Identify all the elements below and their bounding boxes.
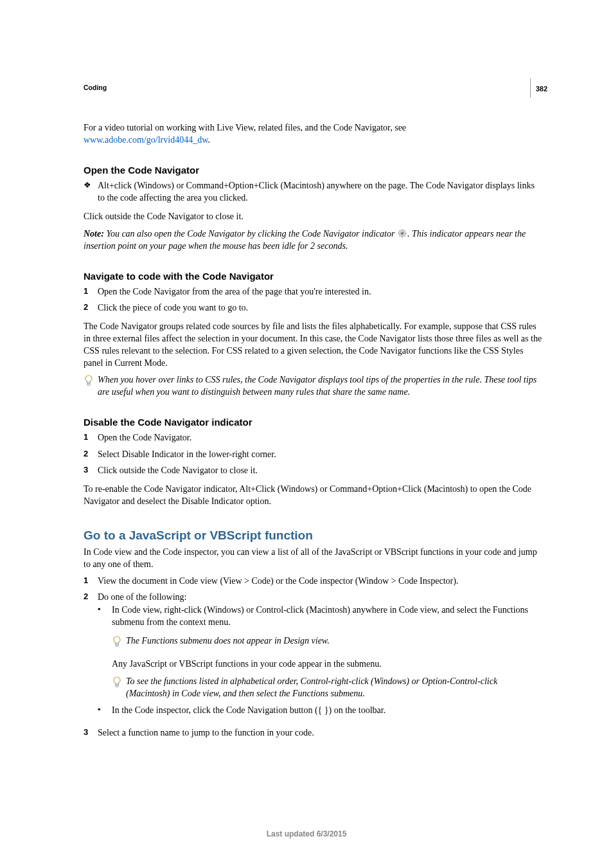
step-number: 1: [84, 285, 98, 298]
step-number: 2: [84, 591, 98, 723]
tip-text: To see the functions listed in alphabeti…: [126, 676, 542, 700]
list-item-text: In the Code inspector, click the Code Na…: [112, 704, 542, 717]
list-item: 2 Do one of the following: • In Code vie…: [84, 591, 542, 723]
step-number: 1: [84, 431, 98, 444]
list-item-text: Select Disable Indicator in the lower-ri…: [98, 448, 542, 461]
svg-rect-13: [116, 644, 118, 646]
goto-steps: 1 View the document in Code view (View >…: [84, 575, 542, 739]
step2-sublist-2: • In the Code inspector, click the Code …: [98, 704, 542, 717]
list-item: 3 Click outside the Code Navigator to cl…: [84, 464, 542, 477]
page-number: 382: [536, 85, 547, 93]
note-label: Note:: [84, 229, 104, 239]
list-item: 1 Open the Code Navigator.: [84, 431, 542, 444]
tip-callout: To see the functions listed in alphabeti…: [112, 676, 542, 700]
heading-open-code-navigator: Open the Code Navigator: [84, 165, 542, 176]
svg-point-10: [85, 375, 92, 382]
svg-point-12: [114, 637, 120, 643]
tip-text: The Functions submenu does not appear in…: [126, 635, 542, 648]
list-item-text: Open the Code Navigator.: [98, 431, 542, 444]
page: 382 Coding For a video tutorial on worki…: [0, 0, 613, 868]
list-item-text: In Code view, right-click (Windows) or C…: [112, 604, 542, 629]
note-paragraph: Note: You can also open the Code Navigat…: [84, 228, 542, 253]
list-item-text: Do one of the following: • In Code view,…: [98, 591, 542, 723]
lightbulb-icon: [112, 676, 126, 700]
tip-callout: When you hover over links to CSS rules, …: [84, 374, 542, 399]
intro-text-post: .: [208, 135, 210, 145]
lightbulb-icon: [84, 374, 98, 399]
list-item: • In Code view, right-click (Windows) or…: [98, 604, 542, 629]
svg-point-14: [114, 677, 120, 683]
svg-rect-15: [116, 685, 118, 687]
navigate-steps: 1 Open the Code Navigator from the area …: [84, 285, 542, 314]
note-text-pre: You can also open the Code Navigator by …: [104, 229, 397, 239]
step2-any-text: Any JavaScript or VBScript functions in …: [112, 658, 542, 671]
list-item: 1 Open the Code Navigator from the area …: [84, 285, 542, 298]
page-number-container: 382: [530, 78, 547, 98]
video-tutorial-link[interactable]: www.adobe.com/go/lrvid4044_dw: [84, 135, 208, 145]
intro-paragraph: For a video tutorial on working with Liv…: [84, 122, 542, 147]
disable-steps: 1 Open the Code Navigator. 2 Select Disa…: [84, 431, 542, 477]
list-item: • In the Code inspector, click the Code …: [98, 704, 542, 717]
bullet-icon: •: [98, 604, 112, 629]
svg-line-8: [399, 235, 400, 236]
footer-last-updated: Last updated 6/3/2015: [0, 829, 613, 838]
heading-go-to-function: Go to a JavaScript or VBScript function: [84, 529, 542, 543]
disable-after-text: To re-enable the Code Navigator indicato…: [84, 484, 542, 508]
svg-line-7: [404, 230, 405, 231]
goto-intro-text: In Code view and the Code inspector, you…: [84, 547, 542, 571]
open-bullet-list: ❖ Alt+click (Windows) or Command+Option+…: [84, 179, 542, 204]
heading-navigate-to-code: Navigate to code with the Code Navigator: [84, 271, 542, 282]
lightbulb-icon: [112, 635, 126, 648]
list-item-text: Select a function name to jump to the fu…: [98, 727, 542, 739]
svg-line-6: [404, 235, 405, 236]
section-header: Coding: [84, 84, 542, 91]
step-number: 2: [84, 448, 98, 461]
list-item: 1 View the document in Code view (View >…: [84, 575, 542, 588]
step-number: 1: [84, 575, 98, 588]
list-item: 2 Select Disable Indicator in the lower-…: [84, 448, 542, 461]
intro-text-pre: For a video tutorial on working with Liv…: [84, 123, 406, 132]
list-item-text: Alt+click (Windows) or Command+Option+Cl…: [98, 179, 542, 204]
svg-point-9: [400, 231, 404, 235]
diamond-bullet-icon: ❖: [84, 179, 98, 204]
heading-disable-indicator: Disable the Code Navigator indicator: [84, 417, 542, 428]
step2-text: Do one of the following:: [98, 592, 186, 602]
step2-sublist: • In Code view, right-click (Windows) or…: [98, 604, 542, 629]
list-item-text: View the document in Code view (View > C…: [98, 575, 542, 588]
step-number: 3: [84, 464, 98, 477]
step-number: 3: [84, 727, 98, 739]
navigate-after-text: The Code Navigator groups related code s…: [84, 321, 542, 370]
list-item-text: Click the piece of code you want to go t…: [98, 302, 542, 314]
svg-rect-11: [87, 383, 90, 385]
list-item: ❖ Alt+click (Windows) or Command+Option+…: [84, 179, 542, 204]
open-after-text: Click outside the Code Navigator to clos…: [84, 211, 542, 223]
list-item-text: Open the Code Navigator from the area of…: [98, 285, 542, 298]
svg-line-5: [399, 230, 400, 231]
list-item-text: Click outside the Code Navigator to clos…: [98, 464, 542, 477]
list-item: 3 Select a function name to jump to the …: [84, 727, 542, 739]
bullet-icon: •: [98, 704, 112, 717]
code-navigator-indicator-icon: [397, 229, 407, 238]
tip-text: When you hover over links to CSS rules, …: [98, 374, 542, 399]
tip-callout: The Functions submenu does not appear in…: [112, 635, 542, 648]
step-number: 2: [84, 302, 98, 314]
list-item: 2 Click the piece of code you want to go…: [84, 302, 542, 314]
